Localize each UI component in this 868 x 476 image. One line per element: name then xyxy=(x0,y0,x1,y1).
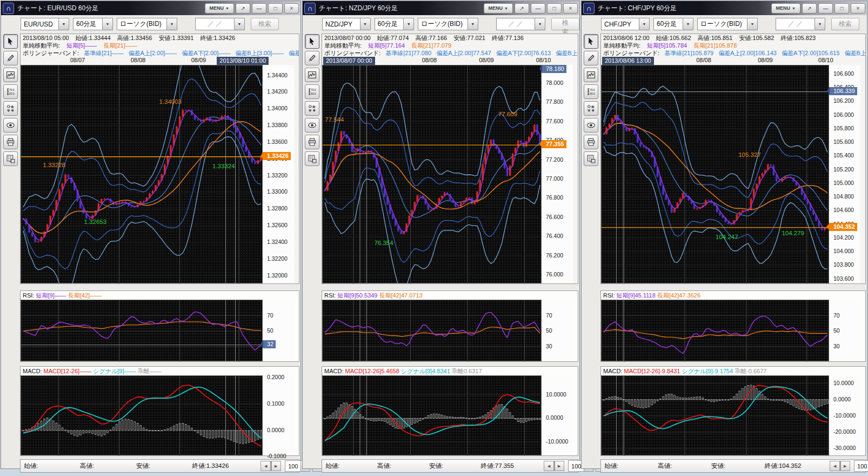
main-chart-canvas[interactable]: 1.332281.326531.340031.33324 xyxy=(21,65,263,283)
scrollbar-thumb[interactable] xyxy=(554,461,555,471)
price-axis[interactable]: 1.344001.342001.340001.338001.336001.334… xyxy=(263,65,294,283)
print-tool-button[interactable] xyxy=(3,135,18,149)
divergence-legend: 乖離―― xyxy=(138,368,162,374)
scroll-right-button[interactable]: ▶ xyxy=(271,461,281,471)
scale-tool-button[interactable]: 70.060.0 xyxy=(3,84,18,99)
chart-scrollbar[interactable]: ◀ ▶ xyxy=(544,461,564,471)
scale-tool-button[interactable]: 70.060.0 xyxy=(305,84,319,99)
chart-scrollbar[interactable]: ◀ ▶ xyxy=(261,461,281,471)
popout-button[interactable]: ↗ xyxy=(515,3,529,14)
menu-label: MENU xyxy=(489,5,503,11)
menu-button[interactable]: MENU▼ xyxy=(205,3,234,14)
rsi-canvas[interactable] xyxy=(322,300,542,361)
close-button[interactable]: × xyxy=(851,3,865,14)
chevron-down-icon[interactable]: ▼ xyxy=(535,18,545,30)
chart-style-select[interactable]: ローソク(BID)▼ xyxy=(418,18,478,30)
pair-select[interactable]: NZD/JPY▼ xyxy=(322,18,371,30)
main-chart-canvas[interactable]: 77.54477.60976.354 xyxy=(322,65,542,283)
timeframe-select[interactable]: 60分足▼ xyxy=(375,18,415,30)
print-tool-button[interactable] xyxy=(305,135,319,149)
chart-style-select[interactable]: ローソク(BID)▼ xyxy=(697,18,758,30)
maximize-button[interactable]: □ xyxy=(547,3,562,14)
macd-canvas[interactable] xyxy=(601,375,829,455)
chevron-down-icon[interactable]: ▼ xyxy=(747,18,757,30)
price-tick-label: 78.000 xyxy=(546,80,563,86)
date-input[interactable]: ／ ／▼ xyxy=(776,18,825,30)
rsi-canvas[interactable] xyxy=(601,300,829,361)
menu-button[interactable]: MENU▼ xyxy=(771,3,800,14)
price-axis[interactable]: 78.00077.80077.60077.40077.20077.00076.8… xyxy=(542,65,573,283)
rsi-canvas[interactable] xyxy=(21,300,263,361)
macd-panel: MACD: MACD[12-26]―― シグナル[9]―― 乖離―― 0.200… xyxy=(20,366,299,456)
chevron-down-icon[interactable]: ▼ xyxy=(360,18,370,30)
pair-select[interactable]: EUR/USD▼ xyxy=(21,18,69,30)
timeframe-select[interactable]: 60分足▼ xyxy=(653,18,693,30)
draw-tool-button[interactable] xyxy=(305,51,319,65)
search-button[interactable]: 検索 xyxy=(831,18,859,30)
date-input[interactable]: ／ ／▼ xyxy=(496,18,546,30)
draw-tool-button[interactable] xyxy=(3,51,18,65)
macd-panel: MACD: MACD[12-26]5.4658 シグナル[9]4.8341 乖離… xyxy=(322,366,578,456)
cursor-tool-button[interactable] xyxy=(3,34,18,49)
scroll-left-button[interactable]: ◀ xyxy=(830,461,840,471)
print-tool-button[interactable] xyxy=(584,135,598,149)
scroll-right-button[interactable]: ▶ xyxy=(554,461,564,471)
timeframe-select[interactable]: 60分足▼ xyxy=(73,18,113,30)
marks-tool-button[interactable] xyxy=(3,101,18,116)
export-tool-button[interactable] xyxy=(3,151,18,166)
indicator-tool-button[interactable] xyxy=(305,68,319,82)
maximize-button[interactable]: □ xyxy=(834,3,849,14)
export-tool-button[interactable] xyxy=(584,151,598,166)
candle-count-select[interactable]: 100▼ xyxy=(854,460,868,472)
export-tool-button[interactable] xyxy=(305,151,319,166)
sma-long-legend: 長期[21]77.079 xyxy=(411,42,451,49)
minimize-button[interactable]: — xyxy=(531,3,545,14)
macd-tick-label: 10.0000 xyxy=(833,380,854,386)
price-axis[interactable]: 106.600106.400106.200106.000105.800105.6… xyxy=(829,65,860,283)
visibility-tool-button[interactable] xyxy=(305,118,319,133)
visibility-tool-button[interactable] xyxy=(3,118,18,133)
minimize-button[interactable]: — xyxy=(818,3,833,14)
scroll-right-button[interactable]: ▶ xyxy=(840,461,850,471)
chevron-down-icon[interactable]: ▼ xyxy=(102,18,112,30)
chart-scrollbar[interactable]: ◀ ▶ xyxy=(830,461,850,471)
chevron-down-icon[interactable]: ▼ xyxy=(403,18,413,30)
scroll-left-button[interactable]: ◀ xyxy=(261,461,271,471)
search-button[interactable]: 検索 xyxy=(251,18,279,30)
maximize-button[interactable]: □ xyxy=(268,3,283,14)
minimize-button[interactable]: — xyxy=(252,3,266,14)
scrollbar-thumb[interactable] xyxy=(840,461,841,471)
visibility-tool-button[interactable] xyxy=(584,118,598,133)
chart-style-select[interactable]: ローソク(BID)▼ xyxy=(117,18,177,30)
marks-tool-button[interactable] xyxy=(584,101,598,116)
indicator-tool-button[interactable] xyxy=(584,68,598,82)
status-close-value: 1.33426 xyxy=(206,462,229,469)
chevron-down-icon[interactable]: ▼ xyxy=(683,18,693,30)
scrollbar-thumb[interactable] xyxy=(271,461,272,471)
chevron-down-icon[interactable]: ▼ xyxy=(468,18,478,30)
cursor-tool-button[interactable] xyxy=(305,34,319,49)
macd-canvas[interactable] xyxy=(21,375,263,455)
chevron-down-icon[interactable]: ▼ xyxy=(58,18,69,30)
date-input[interactable]: ／ ／▼ xyxy=(195,18,245,30)
pair-select[interactable]: CHF/JPY▼ xyxy=(601,18,650,30)
close-button[interactable]: × xyxy=(284,3,299,14)
chevron-down-icon[interactable]: ▼ xyxy=(639,18,649,30)
scroll-left-button[interactable]: ◀ xyxy=(544,461,554,471)
chevron-down-icon[interactable]: ▼ xyxy=(234,18,244,30)
scale-tool-button[interactable]: 70.060.0 xyxy=(584,84,598,99)
popout-button[interactable]: ↗ xyxy=(802,3,817,14)
search-button[interactable]: 検索 xyxy=(551,18,579,30)
popout-button[interactable]: ↗ xyxy=(236,3,250,14)
close-button[interactable]: × xyxy=(563,3,578,14)
chevron-down-icon[interactable]: ▼ xyxy=(814,18,825,30)
macd-canvas[interactable] xyxy=(322,375,542,455)
main-chart-canvas[interactable]: 105.327104.247104.279 xyxy=(601,65,829,283)
draw-tool-button[interactable] xyxy=(584,51,598,65)
indicator-tool-button[interactable] xyxy=(3,68,18,82)
marks-tool-button[interactable] xyxy=(305,101,319,116)
macd-label: MACD: xyxy=(603,368,622,374)
chevron-down-icon[interactable]: ▼ xyxy=(166,18,177,30)
menu-button[interactable]: MENU▼ xyxy=(484,3,513,14)
cursor-tool-button[interactable] xyxy=(584,34,598,49)
